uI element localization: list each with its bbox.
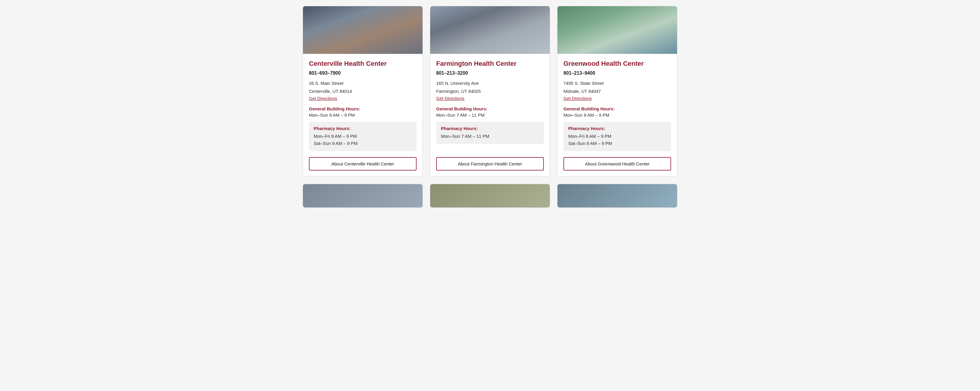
building-hours-text-greenwood: Mon–Sun 8 AM – 9 PM	[563, 112, 671, 118]
card-address-line1-greenwood: 7495 S. State Street	[563, 80, 671, 87]
building-hours-section-centerville: General Building Hours: Mon–Sun 8 AM – 9…	[309, 106, 417, 118]
card-title-farmington: Farmington Health Center	[436, 60, 544, 67]
card-address-line2-greenwood: Midvale, UT 84047	[563, 88, 671, 95]
about-button-farmington[interactable]: About Farmington Health Center	[436, 157, 544, 171]
building-hours-label-farmington: General Building Hours:	[436, 106, 544, 111]
card-image-farmington	[430, 6, 550, 54]
card-phone-farmington: 801–213–3200	[436, 70, 544, 76]
card-phone-greenwood: 801–213–9400	[563, 70, 671, 76]
pharmacy-box-farmington: Pharmacy Hours: Mon–Sun 7 AM – 11 PM	[436, 122, 544, 144]
pharmacy-label-farmington: Pharmacy Hours:	[441, 126, 539, 131]
card-image-centerville	[303, 6, 423, 54]
card-address-line1-farmington: 165 N. University Ave	[436, 80, 544, 87]
card-title-greenwood: Greenwood Health Center	[563, 60, 671, 67]
partial-card-image-1	[303, 184, 423, 208]
card-directions-farmington[interactable]: Get Directions	[436, 96, 544, 101]
card-body-greenwood: Greenwood Health Center 801–213–9400 749…	[557, 54, 677, 176]
pharmacy-hours-line1-centerville: Mon–Fri 8 AM – 9 PM	[314, 133, 412, 140]
health-center-card-farmington: Farmington Health Center 801–213–3200 16…	[430, 6, 550, 177]
partial-card-2	[430, 184, 550, 208]
building-hours-section-farmington: General Building Hours: Mon–Sun 7 AM – 1…	[436, 106, 544, 118]
bottom-row-cards	[303, 184, 677, 208]
card-body-centerville: Centerville Health Center 801–693–7900 2…	[303, 54, 423, 176]
pharmacy-box-centerville: Pharmacy Hours: Mon–Fri 8 AM – 9 PM Sat–…	[309, 122, 417, 151]
card-address-line2-centerville: Centerville, UT 84014	[309, 88, 417, 95]
health-center-cards-grid: Centerville Health Center 801–693–7900 2…	[303, 6, 677, 177]
card-phone-centerville: 801–693–7900	[309, 70, 417, 76]
card-directions-centerville[interactable]: Get Directions	[309, 96, 417, 101]
pharmacy-hours-line2-greenwood: Sat–Sun 9 AM – 9 PM	[568, 140, 666, 147]
partial-card-image-3	[557, 184, 677, 208]
building-hours-label-centerville: General Building Hours:	[309, 106, 417, 111]
card-address-line1-centerville: 26 S. Main Street	[309, 80, 417, 87]
pharmacy-label-centerville: Pharmacy Hours:	[314, 126, 412, 131]
building-hours-text-farmington: Mon–Sun 7 AM – 11 PM	[436, 112, 544, 118]
pharmacy-hours-line2-centerville: Sat–Sun 9 AM – 9 PM	[314, 140, 412, 147]
card-body-farmington: Farmington Health Center 801–213–3200 16…	[430, 54, 550, 176]
pharmacy-label-greenwood: Pharmacy Hours:	[568, 126, 666, 131]
building-hours-section-greenwood: General Building Hours: Mon–Sun 8 AM – 9…	[563, 106, 671, 118]
health-center-card-centerville: Centerville Health Center 801–693–7900 2…	[303, 6, 423, 177]
about-button-greenwood[interactable]: About Greenwood Health Center	[563, 157, 671, 171]
partial-card-1	[303, 184, 423, 208]
card-directions-greenwood[interactable]: Get Directions	[563, 96, 671, 101]
health-center-card-greenwood: Greenwood Health Center 801–213–9400 749…	[557, 6, 677, 177]
pharmacy-box-greenwood: Pharmacy Hours: Mon–Fri 8 AM – 9 PM Sat–…	[563, 122, 671, 151]
partial-card-3	[557, 184, 677, 208]
about-button-centerville[interactable]: About Centerville Health Center	[309, 157, 417, 171]
pharmacy-hours-line1-farmington: Mon–Sun 7 AM – 11 PM	[441, 133, 539, 140]
card-image-greenwood	[557, 6, 677, 54]
partial-card-image-2	[430, 184, 550, 208]
pharmacy-hours-line1-greenwood: Mon–Fri 8 AM – 9 PM	[568, 133, 666, 140]
card-address-line2-farmington: Farmington, UT 84025	[436, 88, 544, 95]
building-hours-text-centerville: Mon–Sun 8 AM – 9 PM	[309, 112, 417, 118]
card-title-centerville: Centerville Health Center	[309, 60, 417, 67]
building-hours-label-greenwood: General Building Hours:	[563, 106, 671, 111]
